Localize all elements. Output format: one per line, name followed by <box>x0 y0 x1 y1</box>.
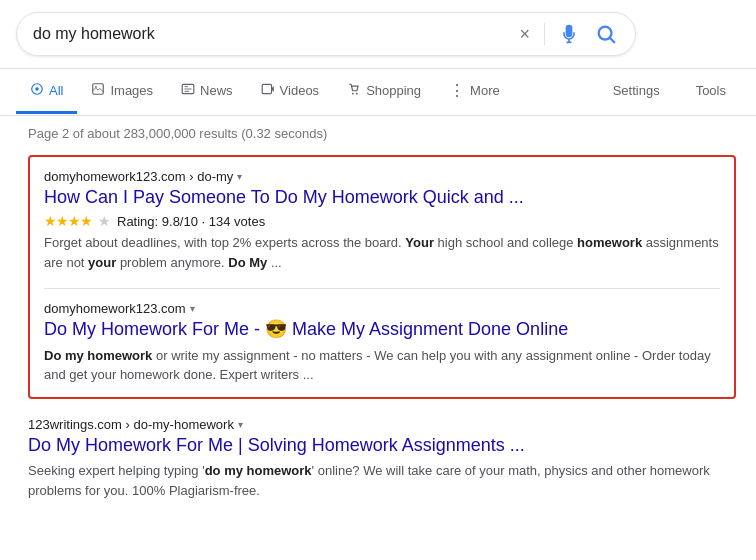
result-item-1: domyhomework123.com › do-my ▾ How Can I … <box>44 169 720 272</box>
shopping-icon <box>347 82 361 99</box>
search-icons: × <box>517 21 619 47</box>
result-url-2: domyhomework123.com <box>44 301 186 316</box>
snippet-bold-domy3: do my homework <box>205 463 312 478</box>
result-dropdown-3[interactable]: ▾ <box>238 419 243 430</box>
svg-point-15 <box>356 93 358 95</box>
rating-text-1: Rating: 9.8/10 · 134 votes <box>117 214 265 229</box>
tab-more[interactable]: ⋮ More <box>435 69 514 115</box>
result-url-line-2: domyhomework123.com ▾ <box>44 301 720 316</box>
settings-area: Settings Tools <box>599 71 740 113</box>
tools-link[interactable]: Tools <box>682 71 740 113</box>
svg-rect-12 <box>262 84 271 93</box>
result-title-2[interactable]: Do My Homework For Me - 😎 Make My Assign… <box>44 318 720 341</box>
tab-news-label: News <box>200 83 233 98</box>
settings-label: Settings <box>613 83 660 98</box>
result-url-line-3: 123writings.com › do-my-homework ▾ <box>28 417 736 432</box>
stars-empty-1: ★ <box>98 213 111 229</box>
result-title-1[interactable]: How Can I Pay Someone To Do My Homework … <box>44 186 720 209</box>
svg-point-5 <box>35 87 39 91</box>
result-dropdown-2[interactable]: ▾ <box>190 303 195 314</box>
results-count: Page 2 of about 283,000,000 results (0.3… <box>28 126 736 141</box>
tab-all[interactable]: All <box>16 70 77 114</box>
tab-shopping-label: Shopping <box>366 83 421 98</box>
videos-icon <box>261 82 275 99</box>
result-rating-1: ★★★★★ Rating: 9.8/10 · 134 votes <box>44 213 720 229</box>
snippet-bold-homework: homework <box>577 235 642 250</box>
images-icon <box>91 82 105 99</box>
stars-1: ★★★★ <box>44 213 92 229</box>
tab-images-label: Images <box>110 83 153 98</box>
results-area: Page 2 of about 283,000,000 results (0.3… <box>0 116 756 528</box>
tab-images[interactable]: Images <box>77 70 167 114</box>
settings-link[interactable]: Settings <box>599 71 674 113</box>
snippet-bold-domy: Do My <box>228 255 267 270</box>
tools-label: Tools <box>696 83 726 98</box>
search-bar-area: × <box>0 0 756 69</box>
nav-tabs: All Images News Videos Shopping ⋮ More S… <box>0 69 756 116</box>
svg-line-3 <box>610 38 614 42</box>
tab-videos[interactable]: Videos <box>247 70 334 114</box>
tab-more-label: More <box>470 83 500 98</box>
divider <box>544 23 545 45</box>
snippet-bold-your: Your <box>405 235 434 250</box>
result-divider <box>44 288 720 289</box>
highlighted-results-card: domyhomework123.com › do-my ▾ How Can I … <box>28 155 736 399</box>
more-icon: ⋮ <box>449 81 465 100</box>
result-item-2: domyhomework123.com ▾ Do My Homework For… <box>44 301 720 384</box>
search-box: × <box>16 12 636 56</box>
result-snippet-2: Do my homework or write my assignment - … <box>44 346 720 385</box>
svg-point-14 <box>352 93 354 95</box>
result-title-3[interactable]: Do My Homework For Me | Solving Homework… <box>28 434 736 457</box>
tab-all-label: All <box>49 83 63 98</box>
tab-shopping[interactable]: Shopping <box>333 70 435 114</box>
snippet-bold-your2: your <box>88 255 116 270</box>
all-icon <box>30 82 44 99</box>
news-icon <box>181 82 195 99</box>
result-dropdown-1[interactable]: ▾ <box>237 171 242 182</box>
tab-videos-label: Videos <box>280 83 320 98</box>
result-snippet-1: Forget about deadlines, with top 2% expe… <box>44 233 720 272</box>
snippet-bold-domy2: Do my homework <box>44 348 152 363</box>
result-snippet-3: Seeking expert helping typing 'do my hom… <box>28 461 736 500</box>
result-item-3: 123writings.com › do-my-homework ▾ Do My… <box>28 413 736 504</box>
search-input[interactable] <box>33 25 509 43</box>
search-button[interactable] <box>593 21 619 47</box>
result-url-3: 123writings.com › do-my-homework <box>28 417 234 432</box>
result-url-line-1: domyhomework123.com › do-my ▾ <box>44 169 720 184</box>
result-url-1: domyhomework123.com › do-my <box>44 169 233 184</box>
mic-button[interactable] <box>557 22 581 46</box>
clear-button[interactable]: × <box>517 22 532 47</box>
tab-news[interactable]: News <box>167 70 247 114</box>
